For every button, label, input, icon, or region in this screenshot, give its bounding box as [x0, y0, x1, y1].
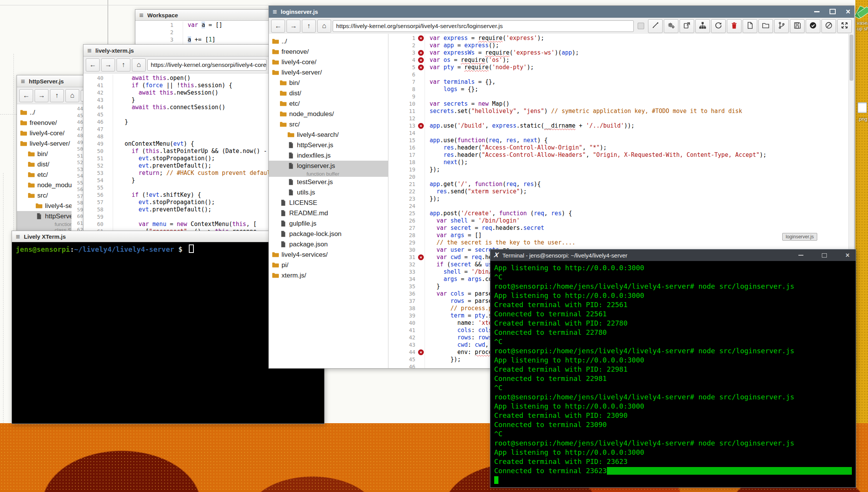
file-icon: [280, 199, 287, 206]
desktop-icon-network-share[interactable]: vasea up shar: [857, 6, 868, 32]
forward-button[interactable]: →: [287, 20, 300, 33]
tree-item-etc[interactable]: etc/: [269, 98, 388, 109]
tree-item-loginserver-js[interactable]: loginserver.js: [269, 161, 388, 171]
tree-item-lively4-search[interactable]: lively4-search/: [269, 130, 388, 140]
tree-item-lively4-core[interactable]: lively4-core/: [17, 128, 72, 138]
refresh-button[interactable]: [711, 19, 726, 33]
lively-xterm-titlebar[interactable]: ≡ lively-xterm.js: [83, 45, 269, 57]
expand-button[interactable]: [837, 19, 852, 33]
menu-icon[interactable]: ≡: [21, 78, 25, 85]
menu-icon[interactable]: ≡: [139, 12, 143, 19]
minimize-icon[interactable]: [798, 255, 803, 256]
scrollbar-thumb[interactable]: [850, 35, 853, 81]
open-in-new-button[interactable]: [680, 19, 694, 33]
tree-item-label: ../: [282, 38, 287, 45]
menu-icon[interactable]: ≡: [87, 47, 92, 54]
desktop-icon-png-image[interactable]: .png: [858, 102, 867, 122]
lively-xterm-editor-window: ≡ lively-xterm.js ← → ↑ ⌂ https://lively…: [83, 44, 269, 234]
back-button[interactable]: ←: [86, 58, 100, 71]
sitemap-button[interactable]: [695, 19, 710, 33]
tree-item-bin[interactable]: bin/: [17, 149, 72, 159]
tree-item-lively4-server[interactable]: lively4-server/: [269, 67, 388, 78]
terminal-screen[interactable]: App listening to http://0.0.0.0:3000^Cro…: [490, 261, 856, 487]
tree-item-freenove[interactable]: freenove/: [269, 47, 388, 57]
tree-item-testserver-js[interactable]: testServer.js: [269, 177, 388, 187]
tree-item-dist[interactable]: dist/: [269, 88, 388, 98]
back-button[interactable]: ←: [19, 89, 33, 102]
folder-button[interactable]: [758, 19, 773, 33]
home-button[interactable]: ⌂: [65, 89, 79, 102]
loginserver-titlebar[interactable]: ≡ loginserver.js ×: [269, 6, 854, 18]
paintbrush-button[interactable]: [648, 19, 663, 33]
tree-item-src[interactable]: src/: [269, 119, 388, 130]
tree-item-[interactable]: ../: [269, 36, 388, 47]
workspace-titlebar[interactable]: ≡ Workspace: [135, 10, 289, 21]
code-line: 20: [388, 173, 849, 181]
tree-item-gulpfile-js[interactable]: gulpfile.js: [269, 218, 388, 229]
git-branch-button[interactable]: [774, 19, 789, 33]
up-button[interactable]: ↑: [117, 58, 130, 71]
terminal-line: Created terminal with PID: 22561: [494, 300, 852, 309]
menu-icon[interactable]: ≡: [16, 233, 20, 240]
code-text: var a = []: [183, 22, 222, 29]
error-marker-icon[interactable]: ×: [418, 57, 424, 63]
tree-item-pi[interactable]: pi/: [269, 260, 388, 270]
toolbar-checkbox[interactable]: [638, 23, 644, 29]
tree-item-src[interactable]: src/: [17, 190, 72, 201]
tree-item-xterm-js[interactable]: xterm.js/: [269, 270, 388, 281]
tree-item-utils-js[interactable]: utils.js: [269, 187, 388, 198]
terminal-titlebar[interactable]: X Terminal - jens@sensorpi: ~/lively4/li…: [490, 249, 856, 261]
trash-button[interactable]: [727, 19, 741, 33]
code-text: }: [113, 96, 135, 104]
tree-item-annotation[interactable]: function buffer: [269, 171, 388, 177]
tree-item-httpserver-js[interactable]: httpServer.js: [269, 140, 388, 150]
tree-item-indexfiles-js[interactable]: indexfiles.js: [269, 150, 388, 161]
maximize-icon[interactable]: [830, 9, 836, 14]
tree-item-node-modules[interactable]: node_modules/: [17, 180, 72, 190]
maximize-icon[interactable]: [822, 253, 827, 258]
error-marker-icon[interactable]: ×: [418, 35, 424, 41]
tree-item-bin[interactable]: bin/: [269, 78, 388, 88]
home-button[interactable]: ⌂: [132, 58, 146, 71]
error-marker-icon[interactable]: ×: [418, 349, 424, 355]
lively-xterm-code-editor[interactable]: 40 await this.open()41 if (force || !thi…: [83, 73, 269, 234]
tree-item-readme-md[interactable]: README.md: [269, 208, 388, 218]
url-field[interactable]: https://lively-kernel.org/sensorpi/livel…: [147, 59, 267, 71]
tree-item-dist[interactable]: dist/: [17, 159, 72, 170]
up-button[interactable]: ↑: [50, 89, 64, 102]
tree-item-freenove[interactable]: freenove/: [17, 118, 72, 128]
tree-item-license[interactable]: LICENSE: [269, 198, 388, 208]
tree-item-lively4-server[interactable]: lively4-server/: [17, 138, 72, 149]
cancel-button[interactable]: [821, 19, 836, 33]
loginserver-file-tree[interactable]: ../freenove/lively4-core/lively4-server/…: [269, 34, 388, 368]
home-button[interactable]: ⌂: [317, 20, 331, 33]
minimize-icon[interactable]: [814, 11, 820, 12]
menu-icon[interactable]: ≡: [273, 8, 277, 15]
save-button[interactable]: [790, 19, 805, 33]
forward-button[interactable]: →: [101, 58, 115, 71]
tree-item-lively4-core[interactable]: lively4-core/: [269, 57, 388, 67]
url-field[interactable]: https://lively-kernel.org/sensorpi/livel…: [333, 20, 634, 32]
error-marker-icon[interactable]: ×: [418, 254, 424, 260]
error-marker-icon[interactable]: ×: [418, 123, 424, 129]
error-marker-icon[interactable]: ×: [418, 65, 424, 70]
close-icon[interactable]: ×: [845, 252, 850, 259]
tree-item-annotation[interactable]: function log: [17, 221, 72, 227]
close-icon[interactable]: ×: [846, 8, 850, 15]
desktop-grid-line: [0, 114, 17, 115]
forward-button[interactable]: →: [35, 89, 48, 102]
tree-item-httpserver-js[interactable]: httpServer.js: [17, 211, 72, 221]
new-file-button[interactable]: [743, 19, 757, 33]
tree-item-package-json[interactable]: package.json: [269, 239, 388, 249]
tree-item-package-lock-json[interactable]: package-lock.json: [269, 229, 388, 239]
back-button[interactable]: ←: [271, 20, 285, 33]
tree-item-lively4-services[interactable]: lively4-services/: [269, 249, 388, 260]
accept-button[interactable]: [806, 19, 820, 33]
tree-item-[interactable]: ../: [17, 107, 72, 118]
gears-button[interactable]: [664, 19, 678, 33]
tree-item-etc[interactable]: etc/: [17, 170, 72, 180]
up-button[interactable]: ↑: [302, 20, 316, 33]
tree-item-lively4-search[interactable]: lively4-search: [17, 201, 72, 211]
error-marker-icon[interactable]: ×: [418, 50, 424, 56]
tree-item-node-modules[interactable]: node_modules/: [269, 109, 388, 119]
